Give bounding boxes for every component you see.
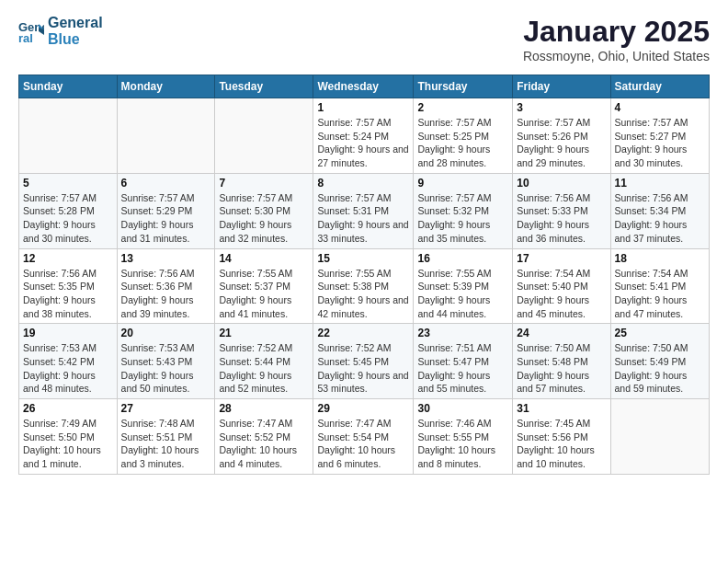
day-number: 20 <box>121 327 211 339</box>
day-info: Sunrise: 7:54 AM Sunset: 5:41 PM Dayligh… <box>615 267 705 321</box>
logo-text-line1: General <box>48 15 103 31</box>
day-number: 14 <box>219 252 309 265</box>
calendar-cell: 9Sunrise: 7:57 AM Sunset: 5:32 PM Daylig… <box>414 173 513 248</box>
day-info: Sunrise: 7:50 AM Sunset: 5:49 PM Dayligh… <box>615 341 705 396</box>
day-number: 24 <box>517 327 606 339</box>
day-info: Sunrise: 7:54 AM Sunset: 5:40 PM Dayligh… <box>517 267 606 321</box>
day-number: 4 <box>615 101 705 114</box>
day-info: Sunrise: 7:46 AM Sunset: 5:55 PM Dayligh… <box>417 417 508 471</box>
day-number: 27 <box>121 402 211 415</box>
day-number: 18 <box>615 252 705 265</box>
day-number: 6 <box>121 177 211 190</box>
day-number: 1 <box>317 101 409 114</box>
day-info: Sunrise: 7:52 AM Sunset: 5:44 PM Dayligh… <box>219 341 309 396</box>
calendar-cell: 21Sunrise: 7:52 AM Sunset: 5:44 PM Dayli… <box>215 324 313 399</box>
title-block: January 2025 Rossmoyne, Ohio, United Sta… <box>523 15 710 63</box>
weekday-header-friday: Friday <box>513 75 610 98</box>
calendar-cell: 15Sunrise: 7:55 AM Sunset: 5:38 PM Dayli… <box>313 248 414 324</box>
calendar-cell: 2Sunrise: 7:57 AM Sunset: 5:25 PM Daylig… <box>414 98 513 174</box>
day-info: Sunrise: 7:53 AM Sunset: 5:42 PM Dayligh… <box>23 341 113 396</box>
day-info: Sunrise: 7:56 AM Sunset: 5:33 PM Dayligh… <box>517 191 606 246</box>
day-number: 29 <box>317 402 409 415</box>
day-number: 2 <box>417 101 508 114</box>
weekday-header-tuesday: Tuesday <box>215 75 313 98</box>
calendar-cell: 28Sunrise: 7:47 AM Sunset: 5:52 PM Dayli… <box>215 399 313 475</box>
calendar-cell: 26Sunrise: 7:49 AM Sunset: 5:50 PM Dayli… <box>19 399 118 475</box>
weekday-header-saturday: Saturday <box>610 75 709 98</box>
day-number: 16 <box>417 252 508 265</box>
calendar-cell: 20Sunrise: 7:53 AM Sunset: 5:43 PM Dayli… <box>117 324 215 399</box>
calendar-cell: 29Sunrise: 7:47 AM Sunset: 5:54 PM Dayli… <box>313 399 414 475</box>
calendar-cell: 30Sunrise: 7:46 AM Sunset: 5:55 PM Dayli… <box>414 399 513 475</box>
day-info: Sunrise: 7:56 AM Sunset: 5:34 PM Dayligh… <box>615 191 705 246</box>
weekday-header-sunday: Sunday <box>19 75 118 98</box>
day-info: Sunrise: 7:56 AM Sunset: 5:35 PM Dayligh… <box>23 267 113 321</box>
day-number: 30 <box>417 402 508 415</box>
weekday-header-monday: Monday <box>117 75 215 98</box>
day-info: Sunrise: 7:50 AM Sunset: 5:48 PM Dayligh… <box>517 341 606 396</box>
svg-text:ral: ral <box>18 31 33 44</box>
calendar-cell: 24Sunrise: 7:50 AM Sunset: 5:48 PM Dayli… <box>513 324 610 399</box>
logo-icon: Gene ral <box>18 18 44 44</box>
calendar-cell: 27Sunrise: 7:48 AM Sunset: 5:51 PM Dayli… <box>117 399 215 475</box>
calendar-table: SundayMondayTuesdayWednesdayThursdayFrid… <box>18 75 710 475</box>
day-number: 13 <box>121 252 211 265</box>
calendar-cell: 7Sunrise: 7:57 AM Sunset: 5:30 PM Daylig… <box>215 173 313 248</box>
calendar-cell: 31Sunrise: 7:45 AM Sunset: 5:56 PM Dayli… <box>513 399 610 475</box>
day-number: 7 <box>219 177 309 190</box>
day-info: Sunrise: 7:51 AM Sunset: 5:47 PM Dayligh… <box>417 341 508 396</box>
day-info: Sunrise: 7:57 AM Sunset: 5:31 PM Dayligh… <box>317 191 409 246</box>
calendar-cell: 8Sunrise: 7:57 AM Sunset: 5:31 PM Daylig… <box>313 173 414 248</box>
logo-text-line2: Blue <box>48 31 103 48</box>
calendar-cell: 16Sunrise: 7:55 AM Sunset: 5:39 PM Dayli… <box>414 248 513 324</box>
day-number: 11 <box>615 177 705 190</box>
day-number: 23 <box>417 327 508 339</box>
calendar-cell <box>215 98 313 174</box>
day-info: Sunrise: 7:47 AM Sunset: 5:52 PM Dayligh… <box>219 417 309 471</box>
calendar-cell: 1Sunrise: 7:57 AM Sunset: 5:24 PM Daylig… <box>313 98 414 174</box>
day-number: 5 <box>23 177 113 190</box>
day-number: 25 <box>615 327 705 339</box>
weekday-header-wednesday: Wednesday <box>313 75 414 98</box>
day-info: Sunrise: 7:56 AM Sunset: 5:36 PM Dayligh… <box>121 267 211 321</box>
calendar-cell: 3Sunrise: 7:57 AM Sunset: 5:26 PM Daylig… <box>513 98 610 174</box>
day-info: Sunrise: 7:45 AM Sunset: 5:56 PM Dayligh… <box>517 417 606 471</box>
calendar-cell: 22Sunrise: 7:52 AM Sunset: 5:45 PM Dayli… <box>313 324 414 399</box>
calendar-cell: 18Sunrise: 7:54 AM Sunset: 5:41 PM Dayli… <box>610 248 709 324</box>
day-info: Sunrise: 7:53 AM Sunset: 5:43 PM Dayligh… <box>121 341 211 396</box>
calendar-cell <box>19 98 118 174</box>
day-number: 22 <box>317 327 409 339</box>
day-info: Sunrise: 7:55 AM Sunset: 5:37 PM Dayligh… <box>219 267 309 321</box>
calendar-title: January 2025 <box>523 15 710 49</box>
day-number: 15 <box>317 252 409 265</box>
day-info: Sunrise: 7:49 AM Sunset: 5:50 PM Dayligh… <box>23 417 113 471</box>
calendar-cell: 25Sunrise: 7:50 AM Sunset: 5:49 PM Dayli… <box>610 324 709 399</box>
calendar-cell: 12Sunrise: 7:56 AM Sunset: 5:35 PM Dayli… <box>19 248 118 324</box>
calendar-cell <box>117 98 215 174</box>
calendar-cell: 17Sunrise: 7:54 AM Sunset: 5:40 PM Dayli… <box>513 248 610 324</box>
calendar-cell: 4Sunrise: 7:57 AM Sunset: 5:27 PM Daylig… <box>610 98 709 174</box>
calendar-cell: 13Sunrise: 7:56 AM Sunset: 5:36 PM Dayli… <box>117 248 215 324</box>
day-number: 12 <box>23 252 113 265</box>
day-info: Sunrise: 7:57 AM Sunset: 5:26 PM Dayligh… <box>517 116 606 170</box>
day-number: 17 <box>517 252 606 265</box>
weekday-header-thursday: Thursday <box>414 75 513 98</box>
day-number: 28 <box>219 402 309 415</box>
calendar-container: Gene ral General Blue January 2025 Rossm… <box>0 0 728 484</box>
day-info: Sunrise: 7:57 AM Sunset: 5:27 PM Dayligh… <box>615 116 705 170</box>
day-number: 21 <box>219 327 309 339</box>
calendar-subtitle: Rossmoyne, Ohio, United States <box>523 49 710 63</box>
day-info: Sunrise: 7:55 AM Sunset: 5:39 PM Dayligh… <box>417 267 508 321</box>
calendar-cell: 11Sunrise: 7:56 AM Sunset: 5:34 PM Dayli… <box>610 173 709 248</box>
calendar-cell: 14Sunrise: 7:55 AM Sunset: 5:37 PM Dayli… <box>215 248 313 324</box>
day-info: Sunrise: 7:57 AM Sunset: 5:32 PM Dayligh… <box>417 191 508 246</box>
day-number: 8 <box>317 177 409 190</box>
calendar-cell: 19Sunrise: 7:53 AM Sunset: 5:42 PM Dayli… <box>19 324 118 399</box>
calendar-cell: 23Sunrise: 7:51 AM Sunset: 5:47 PM Dayli… <box>414 324 513 399</box>
day-info: Sunrise: 7:57 AM Sunset: 5:24 PM Dayligh… <box>317 116 409 170</box>
day-info: Sunrise: 7:48 AM Sunset: 5:51 PM Dayligh… <box>121 417 211 471</box>
calendar-cell <box>610 399 709 475</box>
day-info: Sunrise: 7:55 AM Sunset: 5:38 PM Dayligh… <box>317 267 409 321</box>
day-number: 10 <box>517 177 606 190</box>
day-number: 19 <box>23 327 113 339</box>
